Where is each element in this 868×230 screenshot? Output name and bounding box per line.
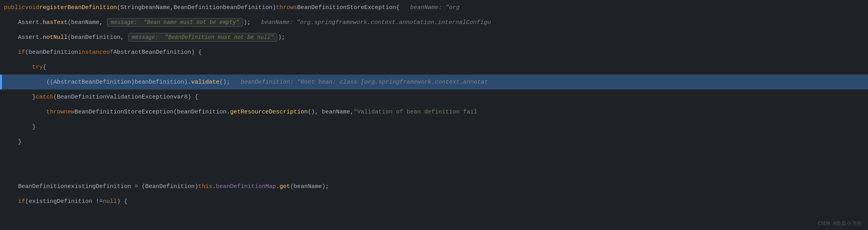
assert-class-2: Assert (18, 34, 39, 41)
assert-class: Assert (18, 19, 39, 26)
code-line-14: if (existingDefinition != null ) { (0, 194, 868, 209)
indent-3 (4, 34, 18, 41)
cast-open: (( (46, 79, 53, 86)
code-line-4: if (beanDefinition instanceof AbstractBe… (0, 45, 868, 60)
tooltip-value-1: "Bean name must not be empty" (140, 19, 239, 26)
indent-4 (4, 49, 18, 56)
keyword-this: this (198, 183, 212, 190)
code-line-5: try { (0, 60, 868, 75)
indent-5 (4, 64, 32, 71)
param-beanname: beanName (142, 4, 170, 11)
method-getresourcedesc: getResourceDescription (230, 109, 308, 115)
dot-method-13: . (276, 183, 279, 190)
semicolon-2: ); (278, 34, 285, 41)
code-line-12 (0, 164, 868, 179)
type-string: String (120, 4, 142, 11)
indent-2 (4, 19, 18, 26)
keyword-instanceof: instanceof (78, 49, 113, 56)
tooltip-label-2: message: (132, 34, 158, 40)
watermark: CSDN @全是小飞虫 (818, 220, 862, 227)
class-beandefvalidex: BeanDefinitionValidationException (57, 94, 173, 100)
method-validate: validate (191, 79, 219, 86)
call-end: (); (219, 79, 230, 86)
brace-catch-close: } (32, 94, 36, 100)
cast-end-13: ) (195, 183, 198, 190)
keyword-if: if (18, 49, 25, 56)
brace-open: { (396, 4, 399, 11)
comma1: , (170, 4, 173, 11)
method-get: get (279, 183, 290, 190)
keyword-if-2: if (18, 198, 25, 205)
code-line-13: BeanDefinition existingDefinition = ( Be… (0, 179, 868, 194)
keyword-null: null (103, 198, 117, 205)
method-notnull: notNull (43, 34, 67, 41)
paren-2: (beanName, (67, 19, 106, 26)
cast-close: )beanDefinition). (131, 79, 191, 86)
tooltip-message-1: message: "Bean name must not be empty" (107, 18, 243, 27)
args-end: (), beanName, (308, 109, 354, 115)
tooltip-value-2: "BeanDefinition must not be null" (162, 34, 274, 40)
class-beandefstoreex: BeanDefinitionStoreException (75, 109, 173, 115)
brace-if-end: } (18, 139, 22, 145)
code-editor: public void registerBeanDefinition ( Str… (0, 0, 868, 230)
code-line-2: Assert . hasText (beanName, message: "Be… (0, 15, 868, 30)
indent-10 (4, 139, 18, 145)
dot-field: . (212, 183, 216, 190)
type-beandefinition: BeanDefinition (173, 4, 223, 11)
args-start: (beanDefinition. (173, 109, 230, 115)
param-beandef: beanDefinition (223, 4, 272, 11)
var-existing: existingDefinition = ( (67, 183, 145, 190)
active-line-indicator (0, 75, 2, 89)
code-line-1: public void registerBeanDefinition ( Str… (0, 0, 868, 15)
indent-13 (4, 183, 18, 190)
semicolon-1: ); (244, 19, 254, 26)
brace-try: { (43, 64, 46, 71)
code-line-3: Assert . notNull (beanDefinition, messag… (0, 30, 868, 45)
indent-6 (4, 79, 46, 86)
indent-9 (4, 124, 32, 130)
keyword-throws: throws (276, 4, 297, 11)
args-beanname: (beanName); (290, 183, 329, 190)
dot1: . (39, 19, 43, 26)
hint-beandef-val: beanDefinition: "Root bean: class [org.s… (230, 79, 488, 86)
exception-class: BeanDefinitionStoreException (297, 4, 396, 11)
brace-catch-end: } (32, 124, 36, 130)
method-hastext: hasText (43, 19, 67, 26)
method-name: registerBeanDefinition (39, 4, 117, 11)
brace-if2: ) { (117, 198, 128, 205)
paren-close: ) (272, 4, 276, 11)
keyword-void: void (25, 4, 39, 11)
code-line-10: } (0, 134, 868, 149)
string-validation-msg: "Validation of bean definition fail (354, 109, 477, 115)
field-beandefmap: beanDefinitionMap (216, 183, 276, 190)
code-line-11 (0, 149, 868, 164)
code-line-6: (( AbstractBeanDefinition )beanDefinitio… (0, 75, 868, 89)
indent-8 (4, 109, 46, 115)
hint-beanname: beanName: "org (399, 4, 460, 11)
code-line-9: } (0, 119, 868, 134)
code-line-8: throw new BeanDefinitionStoreException (… (0, 104, 868, 119)
paren-catch-close: ) { (188, 94, 198, 100)
keyword-catch: catch (36, 94, 53, 100)
tooltip-message-2: message: "BeanDefinition must not be nul… (128, 33, 277, 42)
indent-7 (4, 94, 32, 100)
tooltip-label-1: message: (111, 19, 137, 26)
cast-beandef: BeanDefinition (145, 183, 195, 190)
var8: var8 (173, 94, 188, 100)
keyword-public: public (4, 4, 25, 11)
paren-if2: (existingDefinition != (25, 198, 103, 205)
keyword-new: new (64, 109, 75, 115)
keyword-try: try (32, 64, 43, 71)
cast-class: AbstractBeanDefinition (53, 79, 131, 86)
class-abstractbeandef: AbstractBeanDefinition (113, 49, 191, 56)
paren-open: ( (117, 4, 120, 11)
hint-beanname-2: beanName: "org.springframework.context.a… (254, 19, 491, 26)
brace-if: ) { (191, 49, 202, 56)
code-line-7: } catch ( BeanDefinitionValidationExcept… (0, 89, 868, 104)
type-beandef-13: BeanDefinition (18, 183, 67, 190)
paren-3: (beanDefinition, (67, 34, 128, 41)
dot2: . (39, 34, 43, 41)
keyword-throw: throw (46, 109, 64, 115)
paren-if: (beanDefinition (25, 49, 78, 56)
paren-catch: ( (53, 94, 57, 100)
